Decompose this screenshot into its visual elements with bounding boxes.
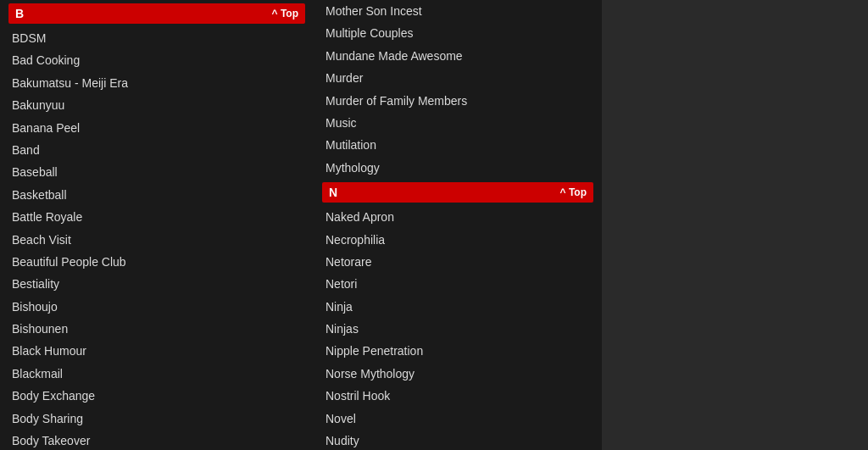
list-item[interactable]: Murder of Family Members xyxy=(322,90,593,112)
list-item[interactable]: Bishoujo xyxy=(8,296,305,318)
left-items-container: BDSMBad CookingBakumatsu - Meiji EraBaku… xyxy=(8,27,305,450)
list-item[interactable]: Naked Apron xyxy=(322,206,593,228)
list-item[interactable]: Murder xyxy=(322,67,593,89)
list-item[interactable]: Band xyxy=(8,139,305,161)
list-item[interactable]: Banana Peel xyxy=(8,117,305,139)
list-item[interactable]: Body Sharing xyxy=(8,408,305,430)
list-item[interactable]: Bakumatsu - Meiji Era xyxy=(8,72,305,94)
list-item[interactable]: Body Takeover xyxy=(8,430,305,450)
list-item[interactable]: Music xyxy=(322,112,593,134)
right-n-items: Naked ApronNecrophiliaNetorareNetoriNinj… xyxy=(322,206,593,450)
list-item[interactable]: Basketball xyxy=(8,184,305,206)
list-item[interactable]: Netori xyxy=(322,273,593,295)
list-item[interactable]: Multiple Couples xyxy=(322,22,593,44)
list-item[interactable]: Mutilation xyxy=(322,134,593,156)
b-section-letter: B xyxy=(15,7,24,20)
list-item[interactable]: Blackmail xyxy=(8,363,305,385)
list-item[interactable]: Necrophilia xyxy=(322,229,593,251)
list-item[interactable]: Norse Mythology xyxy=(322,363,593,385)
list-item[interactable]: Nostril Hook xyxy=(322,385,593,407)
b-section-header: B ^ Top xyxy=(8,3,305,24)
right-top-items: Mother Son IncestMultiple CouplesMundane… xyxy=(322,0,593,179)
list-item[interactable]: Mythology xyxy=(322,157,593,179)
list-item[interactable]: Nudity xyxy=(322,430,593,450)
list-item[interactable]: Ninja xyxy=(322,296,593,318)
list-item[interactable]: Novel xyxy=(322,408,593,430)
list-item[interactable]: Baseball xyxy=(8,161,305,183)
list-item[interactable]: Netorare xyxy=(322,251,593,273)
list-item[interactable]: Ninjas xyxy=(322,318,593,340)
list-item[interactable]: Bishounen xyxy=(8,318,305,340)
left-column: B ^ Top BDSMBad CookingBakumatsu - Meiji… xyxy=(0,0,314,450)
list-item[interactable]: Bakunyuu xyxy=(8,94,305,116)
list-item[interactable]: Battle Royale xyxy=(8,206,305,228)
list-item[interactable]: Mother Son Incest xyxy=(322,0,593,22)
list-item[interactable]: Bestiality xyxy=(8,273,305,295)
list-item[interactable]: Beautiful People Club xyxy=(8,251,305,273)
list-item[interactable]: Bad Cooking xyxy=(8,49,305,71)
far-right-panel xyxy=(602,0,868,450)
list-item[interactable]: Black Humour xyxy=(8,340,305,362)
list-item[interactable]: Mundane Made Awesome xyxy=(322,45,593,67)
list-item[interactable]: Body Exchange xyxy=(8,385,305,407)
n-top-link[interactable]: ^ Top xyxy=(560,186,587,198)
list-item[interactable]: Beach Visit xyxy=(8,229,305,251)
n-section-letter: N xyxy=(329,186,337,199)
list-item[interactable]: BDSM xyxy=(8,27,305,49)
n-section-header: N ^ Top xyxy=(322,182,593,203)
right-column: Mother Son IncestMultiple CouplesMundane… xyxy=(314,0,602,450)
b-top-link[interactable]: ^ Top xyxy=(272,8,298,19)
list-item[interactable]: Nipple Penetration xyxy=(322,340,593,362)
